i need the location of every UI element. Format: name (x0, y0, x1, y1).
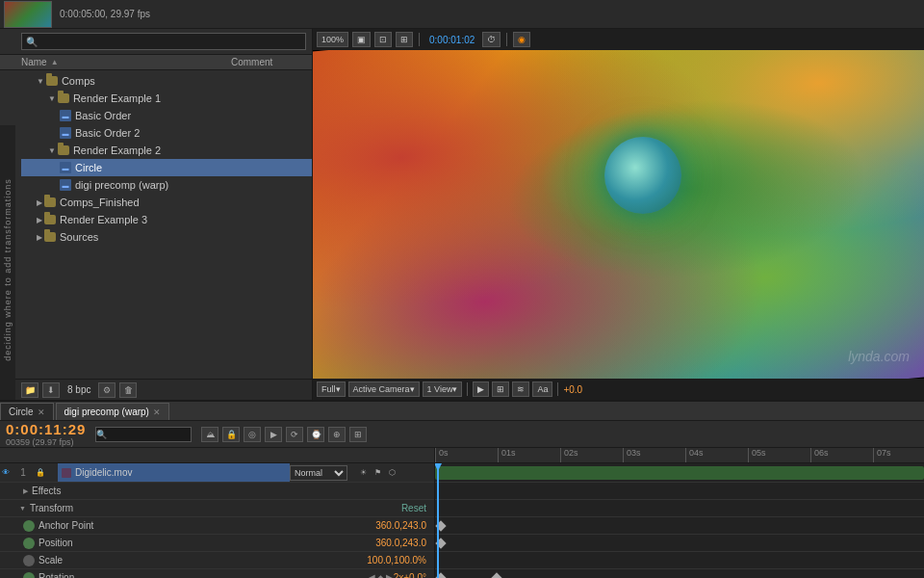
tree-item-circle[interactable]: ▬ Circle (21, 159, 312, 176)
rotation-prev[interactable]: ◀ (368, 572, 375, 578)
position-label: Position (38, 538, 375, 548)
tree-item-sources[interactable]: ▶ Sources (21, 228, 312, 246)
tab-digi[interactable]: digi precomp (warp) ✕ (56, 403, 169, 420)
position-value[interactable]: 360.0,243.0 (375, 538, 434, 548)
preview-color-btn[interactable]: ◉ (513, 32, 530, 47)
preview-motion-blur-btn[interactable]: ≋ (512, 381, 529, 397)
anchor-stopwatch[interactable] (23, 520, 35, 532)
settings-btn[interactable]: ⚙ (98, 382, 116, 398)
timeline-timecode: 0:00:11:29 (6, 421, 86, 437)
tree-item-render-ex-3[interactable]: ▶ Render Example 3 (21, 211, 312, 228)
tree-label-basic1: Basic Order (75, 110, 131, 121)
rotation-tl-row (435, 569, 924, 578)
preview-region-btn[interactable]: ⊡ (374, 32, 392, 47)
timeline-section: Circle ✕ digi precomp (warp) ✕ 0:00:11:2… (0, 400, 924, 578)
transform-reset[interactable]: Reset (401, 503, 434, 513)
preview-quality-btn[interactable]: Full ▾ (317, 381, 346, 397)
ctrl-btn-1[interactable]: ⛰ (201, 427, 218, 442)
ctrl-btn-7[interactable]: ⊕ (328, 427, 346, 442)
tree-item-render-ex-2[interactable]: ▼ Render Example 2 (21, 142, 312, 159)
preview-offset: +0.0 (563, 384, 582, 395)
tree-item-comps-finished[interactable]: ▶ Comps_Finished (21, 194, 312, 211)
ctrl-btn-4[interactable]: ▶ (265, 427, 282, 442)
pv-sep3 (467, 382, 468, 396)
tab-circle-close[interactable]: ✕ (38, 407, 45, 417)
position-row: Position 360.0,243.0 (0, 535, 434, 552)
time-indicator[interactable] (437, 463, 439, 578)
preview-toolbar-top: 100% ▣ ⊡ ⊞ 0:00:01:02 ⏱ ◉ (313, 29, 924, 50)
preview-active-camera-btn[interactable]: Active Camera ▾ (348, 381, 420, 397)
tab-circle[interactable]: Circle ✕ (0, 403, 54, 420)
ctrl-btn-5[interactable]: ⟳ (286, 427, 303, 442)
sort-arrow[interactable]: ▲ (51, 58, 59, 66)
ctrl-btn-3[interactable]: ◎ (244, 427, 261, 442)
layer-icons-1: 👁 1 🔒 (0, 467, 58, 479)
layer-3d-1[interactable]: ⬡ (386, 467, 398, 479)
preview-views-btn[interactable]: 1 View ▾ (423, 381, 463, 397)
anchor-tl-row (435, 517, 924, 535)
ctrl-btn-8[interactable]: ⊞ (349, 427, 367, 442)
ctrl-btn-6[interactable]: ⌚ (307, 427, 324, 442)
anchor-value[interactable]: 360.0,243.0 (375, 520, 434, 531)
timeline-left-panel: 👁 1 🔒 Digidelic.mov Normal ☀ ⚑ ⬡ (0, 463, 435, 578)
position-stopwatch[interactable] (23, 538, 35, 549)
ruler-7s: 07s (873, 448, 891, 462)
folder-icon-finished (44, 197, 56, 207)
project-panel: deciding where to add transformations Na… (0, 29, 313, 400)
tree-item-comps[interactable]: ▼ Comps (21, 72, 312, 90)
preview-fit-btn[interactable]: ▣ (352, 32, 371, 47)
tree-label-sources: Sources (60, 231, 98, 243)
ctrl-btn-2[interactable]: 🔒 (222, 427, 240, 442)
timeline-content: 👁 1 🔒 Digidelic.mov Normal ☀ ⚑ ⬡ (0, 463, 924, 578)
watermark: lynda.com (848, 349, 910, 364)
tree-item-digi[interactable]: ▬ digi precomp (warp) (21, 176, 312, 194)
preview-zoom-btn[interactable]: 100% (317, 32, 348, 47)
preview-render-btn[interactable]: ▶ (473, 381, 489, 397)
import-btn[interactable]: ⬇ (42, 382, 60, 398)
anchor-label: Anchor Point (38, 520, 375, 531)
preview-timecode: 0:00:01:02 (425, 35, 478, 45)
rotation-value[interactable]: 2x+0.0° (394, 572, 434, 578)
tab-digi-close[interactable]: ✕ (153, 407, 161, 417)
layer-mode-select-1[interactable]: Normal (290, 465, 347, 481)
preview-gradient (313, 50, 924, 379)
preview-grid-btn[interactable]: ⊞ (396, 32, 413, 47)
timeline-labels-header (0, 448, 435, 462)
tree-item-basic-order-1[interactable]: ▬ Basic Order (21, 107, 312, 124)
triangle-render3: ▶ (37, 216, 42, 224)
layer-lock-1[interactable]: 🔒 (35, 467, 46, 479)
preview-aa-btn[interactable]: Aa (532, 381, 552, 397)
layer-visibility-1[interactable]: 👁 (0, 467, 12, 479)
timeline-search[interactable] (95, 427, 192, 442)
new-folder-btn[interactable]: 📁 (21, 382, 38, 398)
file-tree: ▼ Comps ▼ Render Example 1 ▬ Basic Order… (0, 70, 312, 379)
layer-shy-1[interactable]: ⚑ (372, 467, 383, 479)
main-area: deciding where to add transformations Na… (0, 29, 924, 400)
comp-icon-circle: ▬ (60, 162, 71, 173)
tree-item-render-ex-1[interactable]: ▼ Render Example 1 (21, 90, 312, 107)
search-bar (0, 29, 312, 55)
layer-name-1[interactable]: Digidelic.mov (58, 463, 290, 482)
col-comment-header: Comment (231, 57, 308, 67)
layer-extra-1: ☀ ⚑ ⬡ (357, 467, 434, 479)
rotation-stopwatch[interactable] (23, 572, 35, 579)
layer-row-1: 👁 1 🔒 Digidelic.mov Normal ☀ ⚑ ⬡ (0, 463, 434, 483)
tree-item-basic-order-2[interactable]: ▬ Basic Order 2 (21, 124, 312, 142)
trash-btn[interactable]: 🗑 (119, 382, 137, 398)
triangle-render2: ▼ (48, 146, 56, 155)
rotation-kf-diamond[interactable]: ◆ (377, 573, 384, 579)
folder-icon-render1 (58, 93, 69, 103)
layer-bar-1[interactable] (435, 466, 924, 480)
ruler-0s: 0s (435, 448, 449, 462)
folder-icon-comps (46, 76, 58, 86)
scale-stopwatch[interactable] (23, 555, 35, 566)
layer-solo-1[interactable]: ☀ (357, 467, 369, 479)
search-input[interactable] (21, 33, 306, 50)
scale-value[interactable]: 100.0,100.0% (367, 555, 434, 565)
preview-snapping-btn[interactable]: ⊞ (492, 381, 509, 397)
rotation-next[interactable]: ▶ (386, 572, 394, 578)
preview-timecode-btn[interactable]: ⏱ (482, 32, 500, 47)
rotation-kf-2[interactable] (491, 572, 501, 578)
tree-label-render1: Render Example 1 (73, 92, 161, 104)
timeline-ruler: 0s 01s 02s 03s 04s 05s 06s 07s (435, 448, 924, 462)
